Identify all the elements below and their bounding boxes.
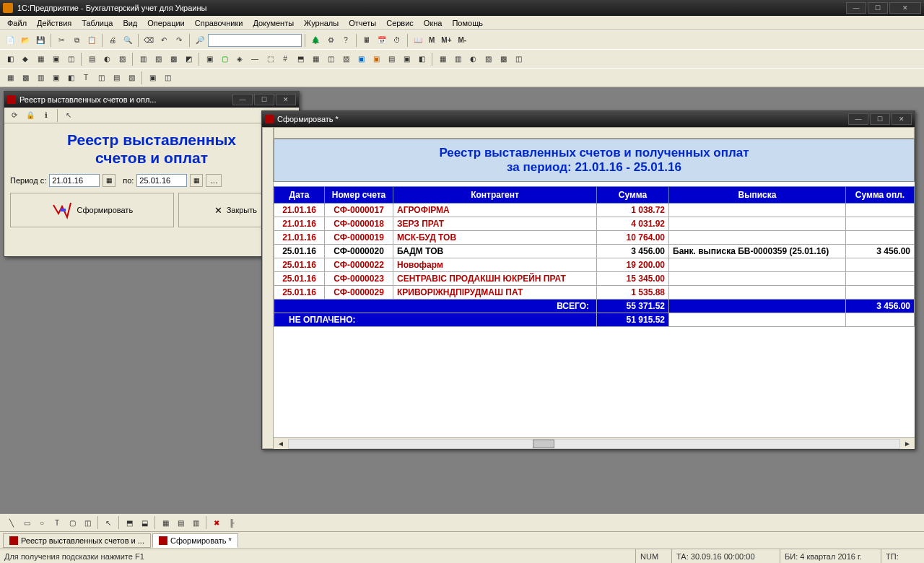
tb2-icon-29[interactable]: ▥ (450, 52, 465, 66)
lock-icon[interactable]: 🔒 (23, 108, 38, 123)
report-scroll-area[interactable]: Реестр выставленных счетов и полученных … (274, 139, 915, 437)
bt-line-icon[interactable]: ╲ (4, 515, 19, 530)
tb2-icon-28[interactable]: ▦ (435, 52, 450, 66)
menu-table[interactable]: Таблица (77, 17, 117, 29)
tb2-icon-32[interactable]: ▩ (496, 52, 510, 66)
memory-mminus-button[interactable]: M- (456, 33, 470, 48)
menu-file[interactable]: Файл (3, 17, 31, 29)
rpt-close-button[interactable]: ✕ (892, 113, 912, 125)
copy-icon[interactable]: ⧉ (69, 33, 84, 48)
tb2-icon-14[interactable]: ▢ (217, 52, 232, 66)
tb2-icon-13[interactable]: ▣ (202, 52, 217, 66)
period-to-calendar-button[interactable]: ▦ (190, 174, 203, 187)
cut-icon[interactable]: ✂ (54, 33, 69, 48)
find-icon[interactable]: 🔎 (193, 33, 207, 48)
calendar-icon[interactable]: 📅 (375, 33, 389, 48)
table-row[interactable]: 21.01.16СФ-0000019МСК-БУД ТОВ10 764.00 (274, 231, 915, 245)
menu-service[interactable]: Сервис (382, 17, 418, 29)
rpt-maximize-button[interactable]: ☐ (870, 113, 890, 125)
period-from-calendar-button[interactable]: ▦ (103, 174, 116, 187)
refresh-icon[interactable]: ⟳ (7, 108, 22, 123)
tb3-icon-3[interactable]: ▥ (33, 71, 48, 85)
dlg-minimize-button[interactable]: — (232, 94, 253, 105)
dlg-close-button[interactable]: ✕ (276, 94, 296, 105)
calc-icon[interactable]: 🖩 (359, 33, 374, 48)
rpt-minimize-button[interactable]: — (848, 113, 868, 125)
preview-icon[interactable]: 🔍 (121, 33, 135, 48)
redo-icon[interactable]: ↷ (172, 33, 186, 48)
report-titlebar[interactable]: Сформировать * — ☐ ✕ (262, 111, 915, 127)
bt-text-icon[interactable]: T (50, 515, 64, 530)
tb2-icon-22[interactable]: ▨ (339, 52, 353, 66)
table-row[interactable]: 25.01.16СФ-0000023СЕНТРАВІС ПРОДАКШН ЮКР… (274, 272, 915, 286)
tb2-icon-5[interactable]: ◫ (64, 52, 78, 66)
task-tab-report[interactable]: Сформировать * (152, 533, 238, 548)
menu-windows[interactable]: Окна (419, 17, 447, 29)
search-combo[interactable] (208, 34, 302, 47)
tb2-icon-11[interactable]: ▩ (166, 52, 180, 66)
print-icon[interactable]: 🖨 (105, 33, 120, 48)
tb2-icon-3[interactable]: ▦ (33, 52, 48, 66)
tb2-icon-7[interactable]: ◐ (100, 52, 114, 66)
tb3-icon-9[interactable]: ▨ (124, 71, 139, 85)
tree-icon[interactable]: 🌲 (308, 33, 323, 48)
table-row[interactable]: 25.01.16СФ-0000022Новофарм19 200.00 (274, 258, 915, 272)
bt-align1-icon[interactable]: ⬒ (122, 515, 136, 530)
table-row[interactable]: 25.01.16СФ-0000020БАДМ ТОВ3 456.00Банк. … (274, 245, 915, 258)
tb2-icon-17[interactable]: ⬚ (263, 52, 277, 66)
tb2-icon-27[interactable]: ◧ (414, 52, 429, 66)
save-icon[interactable]: 💾 (33, 33, 48, 48)
menu-documents[interactable]: Документы (248, 17, 298, 29)
tb2-icon-30[interactable]: ◐ (466, 52, 480, 66)
delete-icon[interactable]: ⌫ (141, 33, 156, 48)
table-row[interactable]: 21.01.16СФ-0000018ЗЕРЗ ПРАТ4 031.92 (274, 217, 915, 231)
help-icon[interactable]: ? (339, 33, 353, 48)
tb3-icon-11[interactable]: ◫ (160, 71, 175, 85)
bt-shape2-icon[interactable]: ◫ (80, 515, 95, 530)
bt-rect-icon[interactable]: ▭ (19, 515, 34, 530)
tb3-icon-6[interactable]: T (79, 71, 93, 85)
time-icon[interactable]: ⏱ (390, 33, 404, 48)
bt-align2-icon[interactable]: ⬓ (137, 515, 152, 530)
menu-operations[interactable]: Операции (143, 17, 188, 29)
tb2-icon-1[interactable]: ◧ (3, 52, 17, 66)
period-choose-button[interactable]: … (206, 174, 222, 187)
undo-icon[interactable]: ↶ (157, 33, 171, 48)
close-button[interactable]: ✕ (889, 2, 921, 14)
scroll-right-icon[interactable]: ► (900, 437, 915, 450)
tb2-icon-31[interactable]: ▨ (481, 52, 495, 66)
period-to-input[interactable] (136, 174, 187, 187)
horizontal-scrollbar[interactable]: ◄ ► (274, 437, 915, 449)
tb2-icon-12[interactable]: ◩ (181, 52, 196, 66)
info-icon[interactable]: ℹ (39, 108, 53, 123)
memory-m-button[interactable]: M (426, 33, 437, 48)
scroll-thumb[interactable] (533, 440, 554, 448)
dlg-maximize-button[interactable]: ☐ (254, 94, 274, 105)
menu-help[interactable]: Помощь (448, 17, 487, 29)
form-report-button[interactable]: Сформировать (10, 193, 174, 227)
tb2-icon-18[interactable]: # (278, 52, 292, 66)
period-from-input[interactable] (49, 174, 100, 187)
bt-shape1-icon[interactable]: ▢ (65, 515, 79, 530)
menu-actions[interactable]: Действия (32, 17, 76, 29)
paste-icon[interactable]: 📋 (84, 33, 99, 48)
table-row[interactable]: 21.01.16СФ-0000017АГРОФІРМА1 038.72 (274, 204, 915, 217)
tb2-icon-26[interactable]: ▣ (399, 52, 414, 66)
scroll-left-icon[interactable]: ◄ (274, 437, 288, 450)
minimize-button[interactable]: — (846, 2, 866, 14)
menu-reports[interactable]: Отчеты (344, 17, 380, 29)
table-row[interactable]: 25.01.16СФ-0000029КРИВОРІЖНДПІРУДМАШ ПАТ… (274, 286, 915, 300)
tb3-icon-10[interactable]: ▣ (145, 71, 160, 85)
bt-select-icon[interactable]: ↖ (101, 515, 116, 530)
tb2-icon-24[interactable]: ▣ (369, 52, 383, 66)
tb3-icon-2[interactable]: ▩ (18, 71, 32, 85)
maximize-button[interactable]: ☐ (868, 2, 888, 14)
bt-grid1-icon[interactable]: ▦ (158, 515, 173, 530)
tb2-icon-23[interactable]: ▣ (354, 52, 368, 66)
tb2-icon-16[interactable]: — (248, 52, 262, 66)
tb2-icon-8[interactable]: ▨ (115, 52, 129, 66)
tb3-icon-7[interactable]: ◫ (94, 71, 108, 85)
bt-circle-icon[interactable]: ○ (35, 515, 49, 530)
tb2-icon-10[interactable]: ▧ (151, 52, 165, 66)
props-icon[interactable]: ⚙ (323, 33, 338, 48)
